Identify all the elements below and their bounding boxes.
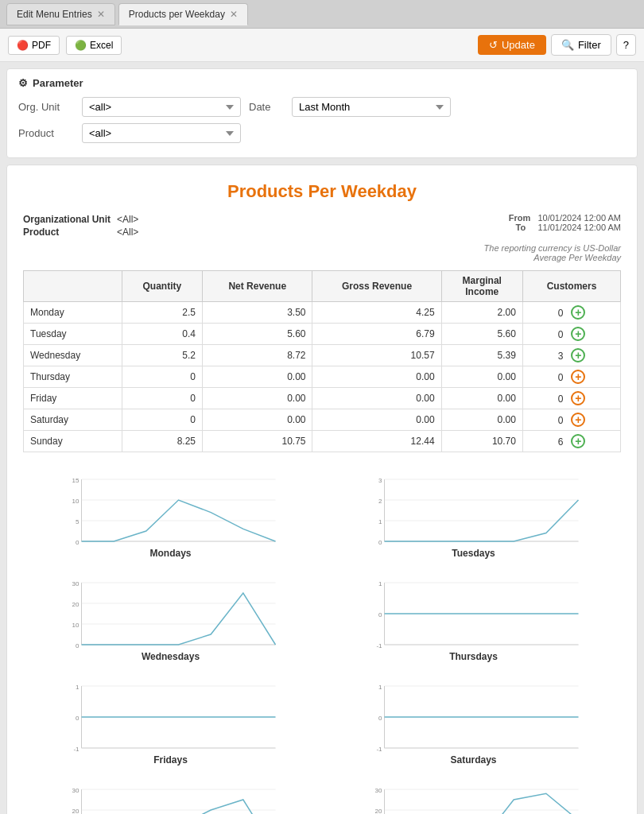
col-day — [24, 271, 122, 302]
svg-text:20: 20 — [72, 808, 80, 815]
pdf-label: PDF — [32, 40, 51, 51]
col-net-revenue: Net Revenue — [203, 271, 312, 302]
org-unit-select[interactable]: <all> — [82, 97, 241, 117]
tab-bar: Edit Menu Entries ✕ Products per Weekday… — [0, 0, 644, 29]
chart-container: -1 0 1 Fridays — [23, 675, 318, 770]
params-icon: ⚙ — [18, 77, 28, 89]
product-label: Product — [18, 127, 74, 139]
net-cell: 0.00 — [203, 366, 312, 388]
edit-menu-tab-label: Edit Menu Entries — [17, 9, 92, 20]
table-row: Monday 2.5 3.50 4.25 2.00 0 + — [24, 302, 621, 324]
chart-label: Wednesdays — [28, 651, 313, 662]
svg-text:5: 5 — [76, 518, 80, 525]
table-row: Wednesday 5.2 8.72 10.57 5.39 3 + — [24, 345, 621, 366]
expand-icon[interactable]: + — [571, 413, 585, 427]
svg-text:20: 20 — [72, 601, 80, 608]
tab-products-weekday[interactable]: Products per Weekday ✕ — [118, 3, 248, 25]
day-cell: Wednesday — [24, 345, 122, 366]
net-cell: 0.00 — [203, 409, 312, 431]
table-row: Tuesday 0.4 5.60 6.79 5.60 0 + — [24, 324, 621, 345]
svg-text:15: 15 — [72, 477, 80, 484]
update-button[interactable]: ↺ Update — [478, 35, 546, 55]
expand-icon[interactable]: + — [571, 434, 585, 448]
to-label: To — [516, 223, 526, 232]
marginal-cell: 2.00 — [441, 302, 522, 324]
help-button[interactable]: ? — [616, 34, 636, 56]
chart-label: Thursdays — [331, 651, 616, 662]
update-icon: ↺ — [489, 39, 498, 51]
product-meta-label: Product — [23, 226, 117, 238]
customers-cell: 6 + — [522, 431, 620, 452]
marginal-cell: 0.00 — [441, 409, 522, 431]
col-gross-revenue: Gross Revenue — [312, 271, 441, 302]
average-note: Average Per Weekday — [533, 253, 621, 262]
svg-text:20: 20 — [375, 808, 382, 815]
gross-cell: 0.00 — [312, 388, 441, 409]
day-cell: Saturday — [24, 409, 122, 431]
qty-cell: 0 — [122, 366, 202, 388]
marginal-cell: 5.60 — [441, 324, 522, 345]
tab-edit-menu[interactable]: Edit Menu Entries ✕ — [6, 3, 115, 25]
charts-grid: 0 5 10 15 Mondays 0 1 2 3 Tuesdays — [23, 468, 621, 814]
net-cell: 10.75 — [203, 431, 312, 452]
chart-label: Saturdays — [331, 754, 616, 766]
toolbar-left: 🔴 PDF 🟢 Excel — [8, 36, 122, 55]
date-select[interactable]: Last Month — [292, 97, 451, 117]
date-label: Date — [249, 101, 281, 113]
org-unit-label: Org. Unit — [18, 101, 74, 113]
products-weekday-tab-label: Products per Weekday — [129, 9, 225, 20]
chart-container: -1 0 1 Thursdays — [326, 572, 621, 667]
svg-text:0: 0 — [76, 715, 80, 722]
customers-cell: 0 + — [522, 324, 620, 345]
date-group: Date Last Month — [249, 97, 451, 117]
excel-icon: 🟢 — [75, 40, 87, 51]
currency-note: The reporting currency is US-Dollar — [484, 243, 621, 253]
pdf-button[interactable]: 🔴 PDF — [8, 36, 60, 55]
expand-icon[interactable]: + — [571, 391, 585, 405]
chart-svg: 0 10 20 30 — [331, 783, 616, 814]
expand-icon[interactable]: + — [571, 348, 585, 362]
gross-cell: 0.00 — [312, 409, 441, 431]
close-tab-products-weekday[interactable]: ✕ — [230, 9, 238, 20]
product-select[interactable]: <all> — [82, 123, 241, 143]
svg-text:-1: -1 — [376, 642, 382, 649]
expand-icon[interactable]: + — [571, 327, 585, 341]
expand-icon[interactable]: + — [571, 305, 585, 320]
close-tab-edit-menu[interactable]: ✕ — [97, 9, 105, 20]
svg-text:1: 1 — [378, 684, 382, 691]
to-value: 11/01/2024 12:00 AM — [537, 223, 621, 232]
gross-cell: 4.25 — [312, 302, 441, 324]
product-row: Product <all> — [18, 123, 626, 143]
org-unit-meta-value: <All> — [117, 213, 145, 226]
gross-cell: 6.79 — [312, 324, 441, 345]
marginal-cell: 5.39 — [441, 345, 522, 366]
chart-svg: -1 0 1 — [331, 680, 616, 751]
chart-svg: 0 5 10 15 — [28, 473, 313, 545]
svg-text:-1: -1 — [73, 746, 80, 752]
day-cell: Tuesday — [24, 324, 122, 345]
excel-button[interactable]: 🟢 Excel — [66, 36, 122, 55]
marginal-cell: 10.70 — [441, 431, 522, 452]
col-quantity: Quantity — [122, 271, 202, 302]
chart-svg: 0 1 2 3 — [331, 473, 616, 545]
filter-button[interactable]: 🔍 Filter — [551, 34, 611, 56]
expand-icon[interactable]: + — [571, 370, 585, 384]
qty-cell: 0.4 — [122, 324, 202, 345]
svg-text:1: 1 — [378, 518, 382, 525]
data-table: Quantity Net Revenue Gross Revenue Margi… — [23, 270, 621, 452]
report-title: Products Per Weekday — [23, 181, 621, 202]
svg-text:1: 1 — [378, 580, 382, 587]
svg-text:-1: -1 — [376, 746, 382, 752]
gross-cell: 0.00 — [312, 366, 441, 388]
net-cell: 5.60 — [203, 324, 312, 345]
net-cell: 3.50 — [203, 302, 312, 324]
toolbar-right: ↺ Update 🔍 Filter ? — [478, 34, 636, 56]
params-header: ⚙ Parameter — [18, 77, 626, 89]
chart-container: -1 0 1 Saturdays — [326, 675, 621, 770]
svg-text:10: 10 — [72, 498, 80, 505]
net-cell: 0.00 — [203, 388, 312, 409]
chart-container: 0 5 10 15 Mondays — [23, 468, 318, 564]
col-marginal-income: MarginalIncome — [441, 271, 522, 302]
table-row: Thursday 0 0.00 0.00 0.00 0 + — [24, 366, 621, 388]
to-row: To 11/01/2024 12:00 AM — [509, 223, 621, 232]
